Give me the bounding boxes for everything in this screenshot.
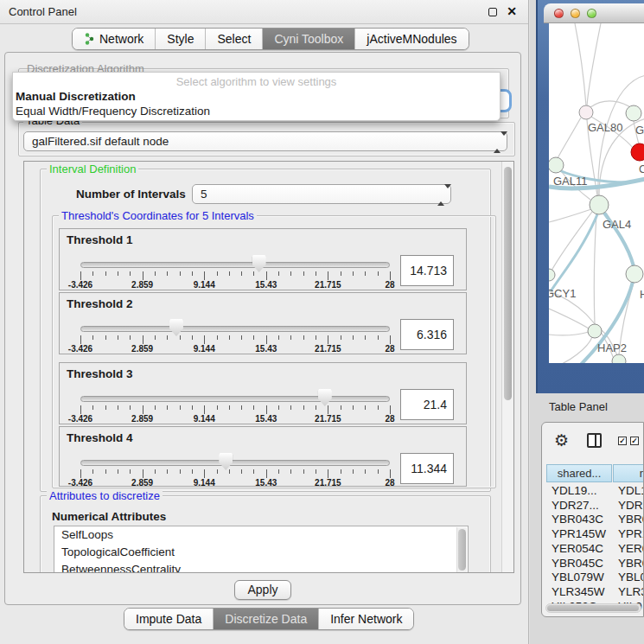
network-edge[interactable] bbox=[558, 118, 581, 158]
scrollbar-thumb[interactable] bbox=[458, 529, 466, 571]
network-node[interactable] bbox=[612, 354, 626, 363]
checkbox-icon[interactable]: ✓ bbox=[630, 437, 639, 445]
network-edge[interactable] bbox=[549, 332, 589, 335]
network-view-window[interactable]: GAL80GACGAL11GAL4GCY1HHAP2 bbox=[536, 0, 644, 393]
scrollbar-thumb[interactable] bbox=[504, 167, 512, 400]
network-node-hap2[interactable] bbox=[588, 324, 602, 338]
tick-mark bbox=[303, 405, 304, 410]
table-row[interactable]: YLR345WYLR3 bbox=[546, 584, 644, 599]
control-panel: Control Panel ✕ NetworkStyleSelectCyni T… bbox=[0, 0, 529, 644]
threshold-value-field[interactable]: 6.316 bbox=[400, 319, 454, 350]
threshold-slider[interactable]: -3.4262.8599.14415.4321.71528 bbox=[80, 451, 390, 488]
cell-name: YDR2 bbox=[618, 498, 644, 513]
tab-jactivemnodules[interactable]: jActiveMNodules bbox=[354, 29, 468, 49]
number-of-intervals-combobox[interactable]: 5 bbox=[192, 184, 451, 204]
zoom-traffic-light[interactable] bbox=[587, 9, 596, 18]
table-row[interactable]: YDL19...YDL1 bbox=[546, 483, 644, 498]
tick-mark bbox=[192, 405, 193, 410]
control-panel-titlebar: Control Panel ✕ bbox=[0, 0, 528, 24]
table-row[interactable]: YDR27...YDR2 bbox=[546, 498, 644, 513]
tick-label: 28 bbox=[385, 280, 394, 290]
tab-label: Cyni Toolbox bbox=[274, 32, 343, 46]
slider-thumb[interactable] bbox=[252, 255, 266, 272]
algorithm-option-equal-width[interactable]: Equal Width/Frequency Discretization bbox=[16, 105, 210, 118]
network-node-gal11[interactable] bbox=[549, 157, 564, 173]
float-window-icon[interactable] bbox=[488, 8, 497, 16]
tick-mark bbox=[341, 405, 341, 410]
algorithm-hint-option: Select algorithm to view settings bbox=[13, 75, 500, 88]
node-label: HAP2 bbox=[597, 341, 627, 354]
minimize-traffic-light[interactable] bbox=[571, 9, 580, 18]
close-icon[interactable]: ✕ bbox=[507, 4, 517, 18]
network-canvas[interactable]: GAL80GACGAL11GAL4GCY1HHAP2 bbox=[549, 23, 644, 363]
column-header-name[interactable]: na bbox=[613, 464, 644, 482]
threshold-label: Threshold 3 bbox=[67, 367, 133, 380]
column-header-shared-name[interactable]: shared... bbox=[546, 464, 612, 482]
slider-track[interactable] bbox=[80, 262, 390, 268]
tab-style[interactable]: Style bbox=[155, 29, 205, 49]
threshold-3-box: Threshold 3-3.4262.8599.14415.4321.71528… bbox=[59, 362, 467, 424]
close-traffic-light[interactable] bbox=[554, 9, 564, 18]
slider-thumb[interactable] bbox=[219, 453, 233, 470]
table-row[interactable]: YBR045CYBR0 bbox=[546, 556, 644, 571]
network-node-gal4[interactable] bbox=[590, 195, 609, 214]
thresholds-group-label: Threshold's Coordinates for 5 Intervals bbox=[59, 209, 257, 222]
network-edge[interactable] bbox=[590, 101, 633, 109]
tab-cyni-toolbox[interactable]: Cyni Toolbox bbox=[262, 29, 354, 49]
threshold-slider[interactable]: -3.4262.8599.14415.4321.71528 bbox=[80, 317, 390, 354]
tab-infer-network[interactable]: Infer Network bbox=[318, 609, 413, 629]
attributes-list-scrollbar[interactable] bbox=[456, 527, 467, 572]
slider-thumb[interactable] bbox=[318, 389, 332, 406]
network-edge[interactable] bbox=[575, 23, 586, 105]
table-row[interactable]: YPR145WYPR1 bbox=[546, 526, 644, 541]
checkbox-icon[interactable]: ✓ bbox=[618, 437, 627, 445]
threshold-label: Threshold 2 bbox=[67, 297, 133, 310]
scrollbar-thumb[interactable] bbox=[547, 605, 639, 611]
slider-thumb[interactable] bbox=[169, 319, 183, 336]
network-edge[interactable] bbox=[551, 214, 597, 291]
threshold-slider[interactable]: -3.4262.8599.14415.4321.71528 bbox=[80, 253, 390, 290]
table-row[interactable]: YBR043CYBR0 bbox=[546, 512, 644, 526]
table-row[interactable]: YER054CYER0 bbox=[546, 541, 644, 556]
cell-shared-name: YDL19... bbox=[552, 483, 597, 498]
control-panel-title: Control Panel bbox=[9, 5, 77, 18]
network-edge[interactable] bbox=[587, 23, 601, 105]
tick-mark bbox=[390, 405, 391, 414]
slider-track[interactable] bbox=[80, 326, 390, 332]
tab-discretize-data[interactable]: Discretize Data bbox=[213, 609, 318, 629]
tick-mark bbox=[365, 335, 366, 340]
gear-icon[interactable]: ⚙ bbox=[554, 432, 569, 449]
tick-mark bbox=[80, 335, 81, 344]
network-node-gcy1[interactable] bbox=[549, 269, 555, 281]
tab-impute-data[interactable]: Impute Data bbox=[124, 609, 213, 629]
split-column-icon[interactable] bbox=[587, 433, 602, 448]
slider-track[interactable] bbox=[80, 460, 390, 466]
settings-vertical-scrollbar[interactable] bbox=[501, 162, 513, 572]
network-edge[interactable] bbox=[594, 214, 596, 324]
tick-mark bbox=[290, 405, 291, 410]
network-node-c[interactable] bbox=[631, 143, 644, 161]
threshold-value-field[interactable]: 14.713 bbox=[400, 255, 454, 286]
tab-network[interactable]: Network bbox=[73, 29, 155, 49]
threshold-value-field[interactable]: 11.344 bbox=[400, 453, 454, 484]
tick-mark bbox=[229, 271, 230, 276]
table-data-combobox[interactable]: galFiltered.sif default node bbox=[23, 131, 507, 151]
algorithm-option-manual[interactable]: Manual Discretization bbox=[16, 90, 136, 103]
table-data-selected-value: galFiltered.sif default node bbox=[32, 135, 169, 148]
table-horizontal-scrollbar[interactable] bbox=[545, 603, 641, 613]
network-node-h[interactable] bbox=[626, 265, 643, 283]
network-node-ga[interactable] bbox=[626, 105, 641, 121]
apply-button[interactable]: Apply bbox=[234, 580, 291, 600]
network-node-gal80[interactable] bbox=[579, 105, 593, 119]
attribute-list-item[interactable]: TopologicalCoefficient bbox=[54, 544, 468, 561]
network-edge[interactable] bbox=[549, 208, 594, 222]
tick-mark bbox=[316, 335, 316, 340]
table-row[interactable]: YBL079WYBL0 bbox=[546, 570, 644, 584]
tab-select[interactable]: Select bbox=[205, 29, 262, 49]
slider-track[interactable] bbox=[80, 396, 390, 402]
threshold-slider[interactable]: -3.4262.8599.14415.4321.71528 bbox=[80, 387, 390, 424]
threshold-value-field[interactable]: 21.4 bbox=[400, 389, 454, 420]
tick-mark bbox=[118, 335, 118, 340]
attribute-list-item[interactable]: BetweennessCentrality bbox=[54, 561, 468, 573]
attribute-list-item[interactable]: SelfLoops bbox=[54, 526, 468, 544]
